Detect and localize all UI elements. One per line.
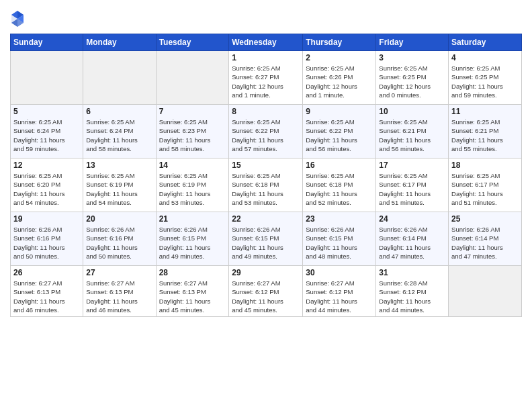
day-info: Sunrise: 6:26 AM Sunset: 6:16 PM Dayligh… [13,225,80,261]
day-number: 12 [13,161,80,170]
calendar-cell: 27Sunrise: 6:27 AM Sunset: 6:13 PM Dayli… [83,266,156,317]
day-number: 4 [451,53,519,62]
calendar-cell: 2Sunrise: 6:25 AM Sunset: 6:26 PM Daylig… [303,51,376,105]
day-number: 1 [232,53,300,62]
calendar-header-monday: Monday [83,34,156,51]
calendar-cell: 15Sunrise: 6:25 AM Sunset: 6:18 PM Dayli… [229,158,303,212]
day-number: 27 [86,268,152,277]
calendar-week-2: 5Sunrise: 6:25 AM Sunset: 6:24 PM Daylig… [11,105,522,158]
day-info: Sunrise: 6:25 AM Sunset: 6:22 PM Dayligh… [232,118,300,153]
calendar-header-friday: Friday [376,34,449,51]
day-number: 19 [13,214,80,224]
calendar-cell: 8Sunrise: 6:25 AM Sunset: 6:22 PM Daylig… [229,105,303,158]
day-info: Sunrise: 6:28 AM Sunset: 6:12 PM Dayligh… [379,279,445,314]
day-info: Sunrise: 6:26 AM Sunset: 6:15 PM Dayligh… [232,225,300,261]
calendar-cell: 28Sunrise: 6:27 AM Sunset: 6:13 PM Dayli… [156,266,229,317]
calendar-cell: 4Sunrise: 6:25 AM Sunset: 6:25 PM Daylig… [449,51,522,105]
day-number: 8 [232,107,300,116]
calendar-cell: 6Sunrise: 6:25 AM Sunset: 6:24 PM Daylig… [83,105,156,158]
day-number: 28 [159,268,226,277]
calendar-header-row: SundayMondayTuesdayWednesdayThursdayFrid… [11,34,522,51]
calendar-cell: 12Sunrise: 6:25 AM Sunset: 6:20 PM Dayli… [11,158,83,212]
calendar-header-tuesday: Tuesday [156,34,229,51]
day-info: Sunrise: 6:27 AM Sunset: 6:12 PM Dayligh… [306,279,373,314]
day-number: 21 [159,214,226,224]
calendar-header-sunday: Sunday [11,34,83,51]
calendar-cell [83,51,156,105]
day-number: 10 [379,107,445,116]
day-info: Sunrise: 6:25 AM Sunset: 6:26 PM Dayligh… [306,64,373,99]
calendar-cell [11,51,83,105]
day-info: Sunrise: 6:26 AM Sunset: 6:15 PM Dayligh… [306,225,373,261]
calendar-cell: 30Sunrise: 6:27 AM Sunset: 6:12 PM Dayli… [303,266,376,317]
calendar-cell: 20Sunrise: 6:26 AM Sunset: 6:16 PM Dayli… [83,212,156,266]
day-number: 25 [451,214,519,224]
day-number: 6 [86,107,152,116]
calendar-header-wednesday: Wednesday [229,34,303,51]
calendar-cell: 17Sunrise: 6:25 AM Sunset: 6:17 PM Dayli… [376,158,449,212]
day-info: Sunrise: 6:25 AM Sunset: 6:27 PM Dayligh… [232,64,300,99]
day-number: 2 [306,53,373,62]
day-info: Sunrise: 6:26 AM Sunset: 6:15 PM Dayligh… [159,225,226,261]
day-info: Sunrise: 6:25 AM Sunset: 6:22 PM Dayligh… [306,118,373,153]
calendar-cell: 16Sunrise: 6:25 AM Sunset: 6:18 PM Dayli… [303,158,376,212]
calendar-week-3: 12Sunrise: 6:25 AM Sunset: 6:20 PM Dayli… [11,158,522,212]
day-number: 23 [306,214,373,224]
calendar-cell [449,266,522,317]
day-info: Sunrise: 6:27 AM Sunset: 6:13 PM Dayligh… [159,279,226,314]
calendar-cell: 5Sunrise: 6:25 AM Sunset: 6:24 PM Daylig… [11,105,83,158]
day-info: Sunrise: 6:25 AM Sunset: 6:19 PM Dayligh… [86,171,152,207]
day-info: Sunrise: 6:25 AM Sunset: 6:24 PM Dayligh… [13,118,80,153]
header [10,7,522,28]
calendar-week-5: 26Sunrise: 6:27 AM Sunset: 6:13 PM Dayli… [11,266,522,317]
calendar-cell: 29Sunrise: 6:27 AM Sunset: 6:12 PM Dayli… [229,266,303,317]
calendar-cell: 10Sunrise: 6:25 AM Sunset: 6:21 PM Dayli… [376,105,449,158]
day-info: Sunrise: 6:25 AM Sunset: 6:18 PM Dayligh… [232,171,300,207]
logo [10,9,27,28]
day-number: 15 [232,161,300,170]
calendar-header-thursday: Thursday [303,34,376,51]
day-number: 18 [451,161,519,170]
day-number: 22 [232,214,300,224]
day-info: Sunrise: 6:25 AM Sunset: 6:19 PM Dayligh… [159,171,226,207]
calendar-cell: 21Sunrise: 6:26 AM Sunset: 6:15 PM Dayli… [156,212,229,266]
day-info: Sunrise: 6:25 AM Sunset: 6:25 PM Dayligh… [379,64,445,99]
calendar-cell: 26Sunrise: 6:27 AM Sunset: 6:13 PM Dayli… [11,266,83,317]
calendar-cell: 14Sunrise: 6:25 AM Sunset: 6:19 PM Dayli… [156,158,229,212]
day-info: Sunrise: 6:27 AM Sunset: 6:13 PM Dayligh… [86,279,152,314]
day-info: Sunrise: 6:25 AM Sunset: 6:23 PM Dayligh… [159,118,226,153]
day-info: Sunrise: 6:26 AM Sunset: 6:16 PM Dayligh… [86,225,152,261]
day-info: Sunrise: 6:25 AM Sunset: 6:18 PM Dayligh… [306,171,373,207]
day-info: Sunrise: 6:25 AM Sunset: 6:21 PM Dayligh… [379,118,445,153]
day-number: 13 [86,161,152,170]
day-number: 16 [306,161,373,170]
day-number: 20 [86,214,152,224]
day-number: 3 [379,53,445,62]
calendar-cell: 23Sunrise: 6:26 AM Sunset: 6:15 PM Dayli… [303,212,376,266]
calendar-cell: 11Sunrise: 6:25 AM Sunset: 6:21 PM Dayli… [449,105,522,158]
calendar-week-4: 19Sunrise: 6:26 AM Sunset: 6:16 PM Dayli… [11,212,522,266]
day-number: 14 [159,161,226,170]
calendar-cell: 18Sunrise: 6:25 AM Sunset: 6:17 PM Dayli… [449,158,522,212]
day-info: Sunrise: 6:26 AM Sunset: 6:14 PM Dayligh… [379,225,445,261]
calendar-cell: 22Sunrise: 6:26 AM Sunset: 6:15 PM Dayli… [229,212,303,266]
calendar-table: SundayMondayTuesdayWednesdayThursdayFrid… [10,34,522,317]
day-number: 29 [232,268,300,277]
calendar-cell: 31Sunrise: 6:28 AM Sunset: 6:12 PM Dayli… [376,266,449,317]
day-info: Sunrise: 6:27 AM Sunset: 6:13 PM Dayligh… [13,279,80,314]
day-number: 7 [159,107,226,116]
calendar-cell: 1Sunrise: 6:25 AM Sunset: 6:27 PM Daylig… [229,51,303,105]
calendar-cell: 7Sunrise: 6:25 AM Sunset: 6:23 PM Daylig… [156,105,229,158]
day-info: Sunrise: 6:25 AM Sunset: 6:21 PM Dayligh… [451,118,519,153]
day-number: 31 [379,268,445,277]
day-number: 9 [306,107,373,116]
calendar-cell [156,51,229,105]
logo-icon [10,9,25,28]
calendar-cell: 24Sunrise: 6:26 AM Sunset: 6:14 PM Dayli… [376,212,449,266]
calendar-cell: 3Sunrise: 6:25 AM Sunset: 6:25 PM Daylig… [376,51,449,105]
day-info: Sunrise: 6:27 AM Sunset: 6:12 PM Dayligh… [232,279,300,314]
day-info: Sunrise: 6:25 AM Sunset: 6:24 PM Dayligh… [86,118,152,153]
day-info: Sunrise: 6:25 AM Sunset: 6:25 PM Dayligh… [451,64,519,99]
calendar-cell: 9Sunrise: 6:25 AM Sunset: 6:22 PM Daylig… [303,105,376,158]
day-info: Sunrise: 6:25 AM Sunset: 6:17 PM Dayligh… [451,171,519,207]
